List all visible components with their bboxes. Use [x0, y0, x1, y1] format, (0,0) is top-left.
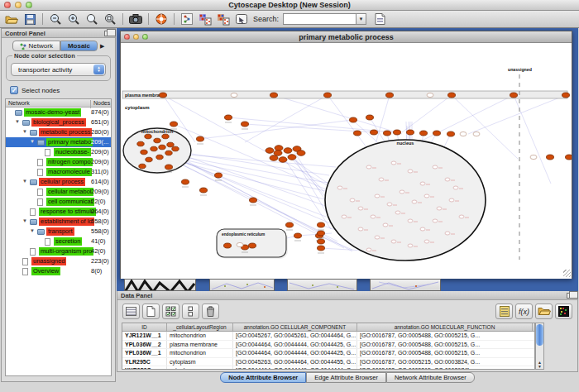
- expand-arrow-icon[interactable]: ▼: [30, 228, 35, 233]
- select-nodes-checkbox[interactable]: ✓: [10, 86, 18, 94]
- tab-node-attribute-browser[interactable]: Node Attribute Browser: [220, 372, 306, 383]
- select-all-attributes-icon[interactable]: [162, 304, 179, 319]
- zoom-out-icon[interactable]: [47, 12, 64, 26]
- table-scrollbar[interactable]: ▲▼: [535, 323, 544, 370]
- table-row[interactable]: YKR052Ccytoplasm[GO:0044464, GO:0044446,…: [122, 366, 534, 370]
- network-view-title: primary metabolic process: [299, 33, 394, 41]
- tree-row-label: cell communicat: [46, 198, 94, 206]
- view-resize-grip-icon[interactable]: [563, 270, 571, 277]
- tree-row[interactable]: macromolecule311(0): [6, 167, 111, 177]
- minimize-button[interactable]: [15, 2, 22, 8]
- function-builder-icon[interactable]: f(x): [515, 304, 533, 319]
- table-row[interactable]: YJR121W__1mitochondrion[GO:0045267, GO:0…: [122, 332, 534, 341]
- table-row[interactable]: YLR295Ccytoplasm[GO:0045263, GO:0044464,…: [122, 358, 534, 367]
- select-attributes-icon[interactable]: [122, 304, 140, 319]
- node-color-dropdown[interactable]: transporter activity ▲▼: [11, 63, 106, 76]
- network-graph[interactable]: plasma membranecytoplasmmitochondrionnuc…: [121, 43, 572, 279]
- tree-col-network[interactable]: Network: [8, 100, 30, 106]
- tree-row[interactable]: ▼cellular process614(0): [6, 177, 111, 187]
- table-col-header[interactable]: _cellularLayoutRegion: [167, 323, 233, 331]
- tab-network-attribute-browser[interactable]: Network Attribute Browser: [386, 372, 475, 383]
- background-window-fragment[interactable]: [287, 279, 357, 291]
- tab-network[interactable]: Network: [12, 41, 60, 51]
- background-window-fragment[interactable]: [124, 279, 196, 291]
- tree-row[interactable]: ▼establishment of lo558(0): [6, 217, 111, 227]
- tab-overflow-icon[interactable]: ▶: [100, 43, 104, 50]
- copy-network-icon[interactable]: [215, 12, 232, 26]
- tree-row[interactable]: ▼transport558(0): [6, 227, 111, 237]
- table-row[interactable]: YPL036W__1mitochondrion[GO:0044464, GO:0…: [122, 349, 534, 358]
- tab-edge-attribute-browser[interactable]: Edge Attribute Browser: [306, 372, 386, 383]
- import-attributes-icon[interactable]: [535, 304, 553, 319]
- search-label: Search:: [253, 15, 279, 23]
- dropdown-stepper-icon: ▲▼: [93, 65, 104, 74]
- create-attribute-icon[interactable]: [142, 304, 160, 319]
- table-col-header[interactable]: ID: [122, 323, 167, 331]
- tree-row[interactable]: secretion41(0): [6, 237, 111, 246]
- table-col-header[interactable]: annotation.GO MOLECULAR_FUNCTION: [357, 323, 533, 331]
- expand-arrow-icon[interactable]: ▼: [30, 139, 35, 144]
- tree-row-count: 209(...: [91, 138, 108, 146]
- import-table-icon[interactable]: [371, 12, 388, 26]
- tree-row[interactable]: Overview8(0): [6, 266, 111, 276]
- view-zoom-button[interactable]: [142, 34, 148, 40]
- unselect-all-attributes-icon[interactable]: [182, 304, 199, 319]
- help-icon[interactable]: [153, 12, 170, 26]
- network-view-titlebar[interactable]: primary metabolic process: [121, 31, 572, 43]
- tab-mosaic[interactable]: Mosaic: [60, 41, 98, 51]
- tree-row[interactable]: ▼biological_process651(0): [6, 117, 111, 127]
- tree-row-label: response to stimulu: [39, 208, 96, 216]
- network-canvas[interactable]: plasma membranecytoplasmmitochondrionnuc…: [121, 43, 572, 279]
- table-cell: [GO:0016787, GO:0005488, GO:0005215, G..…: [357, 349, 533, 357]
- scrollbar-thumb[interactable]: [536, 324, 543, 346]
- zoom-in-icon[interactable]: [65, 12, 82, 26]
- search-input[interactable]: [283, 13, 356, 25]
- zoom-fit-icon[interactable]: [102, 12, 118, 26]
- snapshot-icon[interactable]: [127, 12, 144, 26]
- expand-arrow-icon[interactable]: ▼: [22, 218, 27, 223]
- folder-icon: [37, 140, 45, 146]
- table-col-header[interactable]: annotation.GO CELLULAR_COMPONENT: [233, 323, 357, 331]
- view-close-button[interactable]: [124, 34, 130, 40]
- window-controls: [4, 2, 32, 8]
- view-minimize-button[interactable]: [133, 34, 139, 40]
- delete-attribute-icon[interactable]: [202, 304, 219, 319]
- close-button[interactable]: [4, 2, 11, 8]
- zoom-button[interactable]: [26, 2, 32, 8]
- float-panel-icon[interactable]: [104, 31, 112, 36]
- tree-row[interactable]: response to stimulu264(0): [6, 207, 111, 217]
- network-view-window[interactable]: primary metabolic process plasma membran…: [120, 31, 572, 279]
- copy-network-view-icon[interactable]: [197, 12, 213, 26]
- attribute-batch-editor-icon[interactable]: [495, 304, 513, 319]
- background-window-fragment[interactable]: [209, 279, 275, 291]
- tree-row[interactable]: nitrogen compo209(0): [6, 157, 111, 167]
- destroy-network-icon[interactable]: [179, 12, 195, 26]
- save-session-icon[interactable]: [22, 12, 38, 26]
- expand-arrow-icon[interactable]: ▼: [15, 119, 20, 124]
- tree-row[interactable]: multi-organism pro42(0): [6, 246, 111, 256]
- tree-row[interactable]: unassigned223(0): [6, 256, 111, 266]
- zoom-selected-icon[interactable]: [84, 12, 100, 26]
- table-row[interactable]: YPL036W__2plasma membrane[GO:0044464, GO…: [122, 341, 534, 350]
- tree-row-label: Overview: [31, 267, 60, 275]
- matrix-icon[interactable]: [555, 304, 572, 319]
- tree-row[interactable]: mosaic-demo-yeast874(0): [6, 108, 111, 117]
- tree-row[interactable]: nucleobase-209(0): [6, 147, 111, 157]
- float-panel-icon[interactable]: [567, 293, 574, 299]
- table-cell: [GO:0044464, GO:0044444, GO:0044425, G..…: [233, 341, 357, 349]
- tree-row[interactable]: ▼metabolic process280(0): [6, 127, 111, 137]
- annotation-icon[interactable]: [233, 12, 250, 26]
- table-header-row: ID_cellularLayoutRegionannotation.GO CEL…: [122, 323, 534, 332]
- file-icon: [37, 189, 43, 196]
- scrollbar-arrows-icon[interactable]: ▲▼: [536, 361, 543, 369]
- table-cell: YJR121W__1: [122, 332, 167, 340]
- tree-row[interactable]: cell communicat22(0): [6, 197, 111, 207]
- expand-arrow-icon[interactable]: ▼: [22, 179, 27, 184]
- open-session-icon[interactable]: [3, 12, 20, 26]
- tree-row[interactable]: ▼primary metabo209(...: [6, 137, 111, 147]
- background-window-fragment[interactable]: [370, 279, 441, 291]
- attribute-table[interactable]: ID_cellularLayoutRegionannotation.GO CEL…: [122, 323, 535, 370]
- expand-arrow-icon[interactable]: ▼: [22, 129, 27, 134]
- tree-row[interactable]: cellular metabol209(0): [6, 187, 111, 197]
- search-dropdown-icon[interactable]: ▼: [356, 13, 366, 25]
